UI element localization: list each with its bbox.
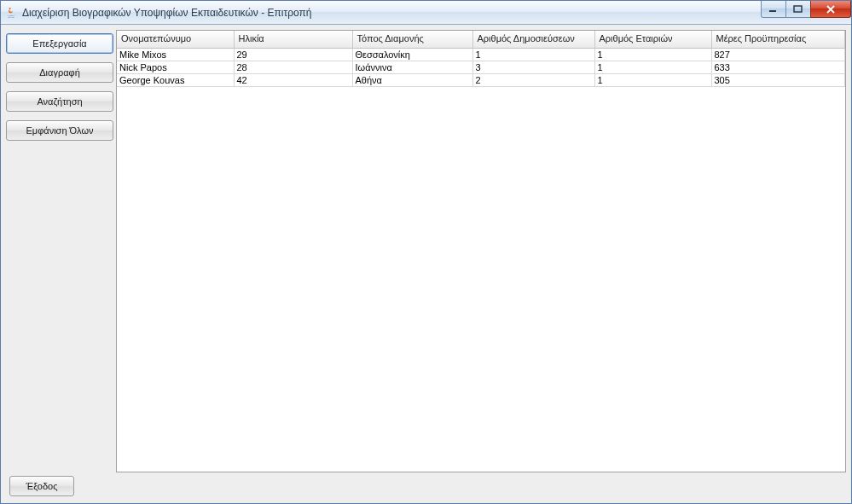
cell-name[interactable]: Mike Mixos — [117, 48, 234, 61]
data-table-container: Ονοματεπώνυμο Ηλικία Τόπος Διαμονής Αριθ… — [116, 30, 846, 472]
cell-age[interactable]: 29 — [234, 48, 352, 61]
data-table[interactable]: Ονοματεπώνυμο Ηλικία Τόπος Διαμονής Αριθ… — [117, 31, 845, 87]
app-window: Διαχείριση Βιογραφικών Υποψηφίων Εκπαιδε… — [0, 0, 852, 504]
col-service-days[interactable]: Μέρες Προϋπηρεσίας — [711, 31, 845, 48]
minimize-button[interactable] — [761, 1, 786, 18]
close-button[interactable] — [810, 1, 851, 18]
table-row[interactable]: Mike Mixos29Θεσσαλονίκη11827 — [117, 48, 845, 61]
exit-button[interactable]: Έξοδος — [9, 476, 74, 496]
cell-name[interactable]: Nick Papos — [117, 61, 234, 73]
titlebar[interactable]: Διαχείριση Βιογραφικών Υποψηφίων Εκπαιδε… — [1, 1, 851, 25]
delete-button[interactable]: Διαγραφή — [6, 62, 113, 83]
search-button[interactable]: Αναζήτηση — [6, 91, 113, 112]
cell-age[interactable]: 28 — [234, 61, 352, 73]
maximize-button[interactable] — [785, 1, 811, 18]
cell-companies[interactable]: 1 — [594, 73, 711, 86]
svg-rect-1 — [794, 6, 802, 12]
cell-companies[interactable]: 1 — [594, 61, 711, 73]
col-publications[interactable]: Αριθμός Δημοσιεύσεων — [472, 31, 594, 48]
java-app-icon — [4, 6, 18, 20]
svg-rect-0 — [769, 10, 776, 12]
cell-age[interactable]: 42 — [234, 73, 352, 86]
cell-residence[interactable]: Αθήνα — [352, 73, 472, 86]
table-row[interactable]: Nick Papos28Ιωάννινα31633 — [117, 61, 845, 73]
window-controls — [762, 1, 851, 18]
cell-publications[interactable]: 2 — [472, 73, 594, 86]
cell-service_days[interactable]: 633 — [711, 61, 845, 73]
col-companies[interactable]: Αριθμός Εταιριών — [594, 31, 711, 48]
cell-residence[interactable]: Θεσσαλονίκη — [352, 48, 472, 61]
cell-service_days[interactable]: 827 — [711, 48, 845, 61]
table-row[interactable]: George Kouvas42Αθήνα21305 — [117, 73, 845, 86]
col-name[interactable]: Ονοματεπώνυμο — [117, 31, 234, 48]
cell-publications[interactable]: 1 — [472, 48, 594, 61]
cell-residence[interactable]: Ιωάννινα — [352, 61, 472, 73]
cell-publications[interactable]: 3 — [472, 61, 594, 73]
cell-name[interactable]: George Kouvas — [117, 73, 234, 86]
window-title: Διαχείριση Βιογραφικών Υποψηφίων Εκπαιδε… — [22, 7, 311, 19]
client-area: Επεξεργασία Διαγραφή Αναζήτηση Εμφάνιση … — [1, 25, 851, 503]
cell-service_days[interactable]: 305 — [711, 73, 845, 86]
show-all-button[interactable]: Εμφάνιση Όλων — [6, 120, 113, 141]
col-age[interactable]: Ηλικία — [234, 31, 352, 48]
sidebar: Επεξεργασία Διαγραφή Αναζήτηση Εμφάνιση … — [6, 30, 113, 472]
bottom-bar: Έξοδος — [1, 472, 851, 503]
edit-button[interactable]: Επεξεργασία — [6, 33, 113, 54]
main-area: Επεξεργασία Διαγραφή Αναζήτηση Εμφάνιση … — [1, 25, 851, 472]
col-residence[interactable]: Τόπος Διαμονής — [352, 31, 472, 48]
table-body: Mike Mixos29Θεσσαλονίκη11827Nick Papos28… — [117, 48, 845, 86]
table-header-row: Ονοματεπώνυμο Ηλικία Τόπος Διαμονής Αριθ… — [117, 31, 845, 48]
cell-companies[interactable]: 1 — [594, 48, 711, 61]
